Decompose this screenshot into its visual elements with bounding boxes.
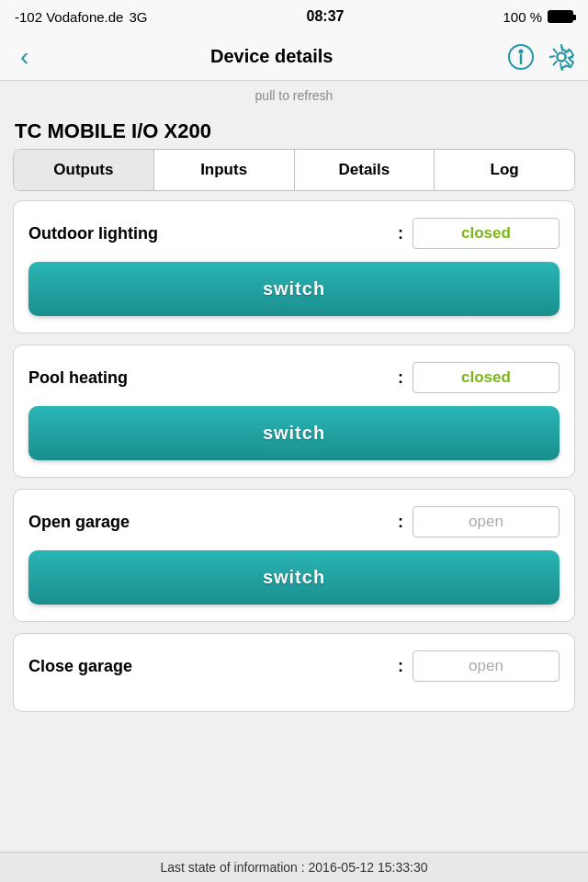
tab-bar: Outputs Inputs Details Log: [13, 149, 575, 191]
output-colon-0: :: [398, 224, 403, 243]
output-colon-2: :: [398, 513, 403, 532]
pull-to-refresh: pull to refresh: [0, 81, 588, 110]
output-colon-1: :: [398, 368, 403, 388]
gear-icon-svg: [548, 43, 575, 71]
nav-bar: ‹ Device details: [0, 33, 588, 81]
content-area: Outdoor lighting : closed switch Pool he…: [0, 191, 588, 732]
switch-button-1[interactable]: switch: [28, 406, 560, 460]
output-row-2: Open garage : open switch: [13, 489, 575, 622]
output-status-3: open: [413, 650, 560, 682]
nav-icons: [507, 43, 575, 71]
switch-button-0[interactable]: switch: [28, 262, 560, 316]
output-row-0: Outdoor lighting : closed switch: [13, 200, 575, 334]
info-button[interactable]: [507, 43, 535, 71]
output-label-1: Pool heating: [28, 368, 389, 388]
output-colon-3: :: [398, 657, 403, 676]
output-status-2: open: [413, 506, 560, 537]
network-text: 3G: [129, 9, 147, 25]
output-row-3-header: Close garage : open: [28, 650, 560, 682]
info-icon: [507, 43, 535, 71]
output-row-3: Close garage : open: [13, 633, 575, 712]
svg-point-2: [520, 50, 523, 52]
nav-title: Device details: [210, 46, 333, 67]
output-row-0-header: Outdoor lighting : closed: [28, 218, 560, 249]
back-button[interactable]: ‹: [13, 40, 36, 74]
status-bar-left: -102 Vodafone.de 3G: [15, 9, 147, 25]
output-status-0: closed: [413, 218, 560, 249]
device-title: TC MOBILE I/O X200: [0, 110, 588, 149]
settings-button[interactable]: [548, 43, 575, 71]
switch-button-2[interactable]: switch: [28, 550, 560, 605]
svg-point-4: [557, 52, 565, 61]
output-label-0: Outdoor lighting: [28, 224, 389, 243]
tab-log[interactable]: Log: [435, 150, 574, 190]
output-row-1-header: Pool heating : closed: [28, 362, 560, 393]
battery-text: 100 %: [503, 9, 542, 25]
output-label-2: Open garage: [28, 513, 389, 532]
output-row-1: Pool heating : closed switch: [13, 345, 575, 478]
battery-icon: [548, 10, 573, 23]
output-label-3: Close garage: [28, 657, 389, 676]
status-bar-right: 100 %: [503, 9, 573, 25]
status-bar: -102 Vodafone.de 3G 08:37 100 %: [0, 0, 588, 33]
output-status-1: closed: [413, 362, 560, 393]
footer-status: Last state of information : 2016-05-12 1…: [0, 852, 588, 882]
output-row-2-header: Open garage : open: [28, 506, 560, 537]
tab-inputs[interactable]: Inputs: [154, 150, 295, 190]
carrier-text: -102 Vodafone.de: [15, 9, 123, 25]
tab-details[interactable]: Details: [295, 150, 435, 190]
tab-outputs[interactable]: Outputs: [14, 150, 154, 190]
status-bar-time: 08:37: [307, 8, 345, 25]
